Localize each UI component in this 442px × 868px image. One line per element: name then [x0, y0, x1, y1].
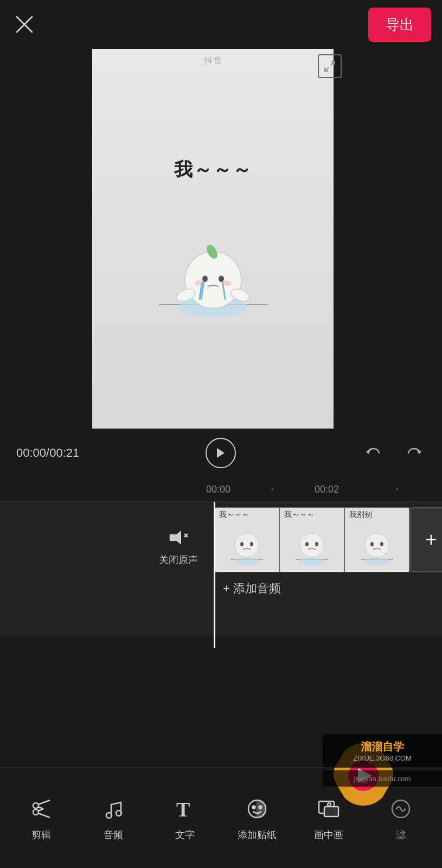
svg-point-19 — [235, 533, 259, 557]
svg-line-14 — [325, 67, 329, 71]
music-icon — [99, 795, 127, 823]
timeline-marker-1: 00:02 — [315, 484, 339, 495]
track-area: 关闭原声 我～～～ 我 — [0, 502, 442, 637]
svg-point-29 — [365, 533, 389, 557]
redo-button[interactable] — [402, 441, 426, 465]
svg-point-7 — [202, 276, 208, 282]
expand-icon[interactable] — [318, 54, 342, 78]
segment-header-3: 我别别 — [345, 508, 409, 522]
track-segment-1[interactable]: 我～～～ — [214, 507, 279, 572]
segment-thumb-1 — [215, 522, 279, 572]
svg-text:T: T — [176, 798, 190, 821]
segment-header-1: 我～～～ — [215, 508, 279, 522]
controls-bar: 00:00/00:21 — [0, 429, 442, 477]
svg-point-4 — [185, 252, 241, 308]
svg-point-8 — [219, 276, 224, 282]
timeline-marker-0: 00:00 — [206, 484, 230, 495]
tool-canvas-label: 画中画 — [314, 828, 343, 841]
timeline-dot-2: • — [396, 485, 399, 494]
timeline-bar: 00:00 00:02 • • — [0, 477, 442, 502]
add-audio-button[interactable]: + 添加音频 — [214, 575, 290, 602]
tool-filter-label: 滤 — [396, 828, 406, 841]
scissors-icon — [27, 795, 55, 823]
svg-point-20 — [240, 542, 244, 546]
tool-audio-label: 音频 — [104, 828, 123, 841]
segment-header-2: 我～～～ — [280, 508, 344, 522]
tool-cut[interactable]: 剪辑 — [5, 795, 78, 841]
svg-point-35 — [33, 809, 39, 815]
play-button[interactable] — [206, 438, 236, 468]
tool-cut-label: 剪辑 — [31, 828, 51, 841]
watermark-overlay: 溜溜自学 ZIXUE.3G68.COM — [323, 734, 442, 768]
close-button[interactable] — [11, 11, 38, 38]
svg-point-45 — [259, 806, 261, 809]
control-icons — [362, 441, 426, 465]
svg-line-13 — [331, 61, 335, 65]
svg-marker-15 — [217, 448, 225, 458]
timeline-dot-1: • — [271, 485, 274, 494]
svg-line-36 — [38, 800, 50, 805]
video-inner: 抖音 我～～～ — [92, 49, 334, 429]
track-left: 关闭原声 — [0, 507, 214, 566]
baidu-url: jingyan.baidu.com — [354, 775, 411, 783]
timeline-cursor — [214, 502, 215, 648]
video-track: 我～～～ 我～～～ — [214, 507, 442, 572]
svg-line-37 — [38, 813, 50, 818]
svg-line-39 — [38, 809, 43, 811]
svg-point-33 — [363, 558, 390, 565]
track-segment-3[interactable]: 我别别 — [344, 507, 409, 572]
tool-text[interactable]: T 文字 — [149, 795, 221, 841]
watermark-logo-text: 溜溜自学 — [330, 739, 434, 754]
mute-label: 关闭原声 — [159, 553, 198, 566]
tool-sticker-label: 添加贴纸 — [238, 828, 277, 841]
character-illustration — [153, 215, 273, 323]
svg-point-28 — [298, 558, 325, 565]
tiktok-watermark: 抖音 — [204, 55, 222, 67]
svg-point-25 — [305, 542, 309, 546]
mute-control[interactable]: 关闭原声 — [159, 526, 198, 566]
time-display: 00:00/00:21 — [16, 446, 79, 460]
svg-point-10 — [223, 280, 232, 286]
svg-point-21 — [250, 542, 253, 546]
track-segment-2[interactable]: 我～～～ — [279, 507, 344, 572]
video-preview: 抖音 我～～～ — [92, 49, 334, 429]
watermark-site: ZIXUE.3G68.COM — [330, 754, 434, 762]
top-bar: 导出 — [0, 0, 442, 49]
svg-point-34 — [33, 803, 39, 808]
tool-text-label: 文字 — [175, 828, 195, 841]
track-right: 我～～～ 我～～～ — [214, 507, 442, 605]
sticker-icon — [243, 795, 271, 823]
video-main-text: 我～～～ — [174, 157, 252, 182]
text-icon: T — [171, 795, 199, 823]
export-button[interactable]: 导出 — [368, 8, 431, 42]
add-clip-icon: + — [425, 528, 437, 551]
tool-sticker[interactable]: 添加贴纸 — [221, 795, 293, 841]
svg-point-9 — [195, 280, 203, 286]
segment-thumb-2 — [280, 522, 344, 572]
svg-point-24 — [300, 533, 324, 557]
svg-point-23 — [233, 558, 260, 565]
undo-button[interactable] — [362, 441, 386, 465]
add-clip-button[interactable]: + — [409, 507, 442, 572]
svg-point-30 — [370, 542, 374, 546]
svg-point-44 — [252, 806, 255, 809]
svg-point-26 — [315, 542, 318, 546]
segment-thumb-3 — [345, 522, 409, 572]
svg-point-31 — [380, 542, 383, 546]
svg-rect-16 — [170, 535, 176, 540]
tool-audio[interactable]: 音频 — [78, 795, 150, 841]
audio-track: + 添加音频 — [214, 572, 442, 605]
baidu-watermark: jingyan.baidu.com — [323, 770, 442, 787]
